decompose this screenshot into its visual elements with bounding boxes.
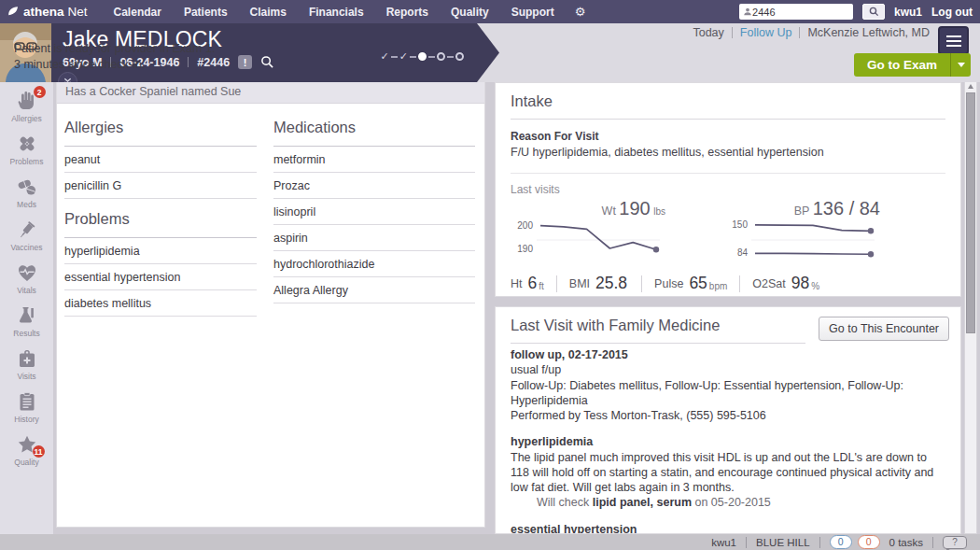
- nav-item-support[interactable]: Support: [511, 6, 554, 19]
- vital-unit: ft: [539, 281, 544, 291]
- assessment-section: hyperlipidemiaThe lipid panel much impro…: [511, 434, 945, 510]
- go-to-exam-dropdown[interactable]: [950, 53, 971, 77]
- settings-gear-icon[interactable]: ⚙: [575, 5, 586, 19]
- chart-current-value: 136 / 84: [813, 198, 880, 219]
- link-follow-up[interactable]: Follow Up: [740, 26, 792, 39]
- progress-connector: [428, 56, 435, 58]
- problem-item[interactable]: diabetes mellitus: [64, 290, 257, 317]
- vital-ht: Ht6ft: [511, 274, 544, 293]
- athenanet-app: athenaNet CalendarPatientsClaimsFinancia…: [0, 0, 980, 550]
- medication-item[interactable]: metformin: [273, 147, 475, 173]
- vital-bmi: BMI25.8: [569, 274, 629, 293]
- vital-pulse: Pulse65bpm: [654, 274, 727, 293]
- allergy-item[interactable]: penicillin G: [64, 173, 257, 199]
- chart-title: BP 136 / 84: [725, 198, 903, 219]
- vital-unit: bpm: [709, 281, 727, 291]
- reason-for-visit-label: Reason For Visit: [511, 130, 945, 143]
- vitals-sparkline-charts: Wt 190 lbs200190BP 136 / 84 15084: [511, 198, 945, 261]
- divider: [932, 537, 933, 548]
- sidebar-item-label: Problems: [10, 157, 44, 166]
- go-to-encounter-button[interactable]: Go to This Encounter: [819, 317, 949, 341]
- encounter-status: Patient is ready for provider in Exam 1.…: [14, 41, 215, 73]
- search-button[interactable]: [862, 4, 885, 20]
- medication-item[interactable]: hydrochlorothiazide: [273, 251, 475, 277]
- problems-list: hyperlipidemiaessential hypertensiondiab…: [64, 238, 257, 317]
- sidebar-item-quality[interactable]: 11Quality: [0, 433, 53, 472]
- visits-medical-bag-icon: [16, 347, 38, 370]
- medication-item[interactable]: aspirin: [273, 225, 475, 251]
- assessment-section: essential hypertensionBlood pressure is …: [511, 522, 945, 535]
- provider-name[interactable]: McKenzie Leftwich, MD: [807, 26, 930, 39]
- medication-item[interactable]: lisinopril: [273, 199, 475, 225]
- allergies-hand-icon: 2: [16, 90, 38, 112]
- results-lab-flask-icon: [16, 304, 38, 327]
- medication-item[interactable]: Prozac: [273, 173, 475, 199]
- scrollbar[interactable]: [964, 79, 977, 534]
- logout-link[interactable]: Log out: [931, 6, 973, 19]
- progress-connector: [447, 56, 454, 58]
- bp-sparkline-chart: BP 136 / 84 15084: [725, 198, 903, 261]
- sidebar-item-allergies[interactable]: 2Allergies: [0, 90, 53, 129]
- nav-item-claims[interactable]: Claims: [250, 6, 287, 19]
- quality-star-icon: 11: [16, 433, 38, 456]
- notification-badge: 2: [34, 86, 46, 98]
- logo-text: athena: [23, 5, 64, 19]
- vital-label: O2Sat: [752, 277, 785, 290]
- sidebar-item-history[interactable]: History: [0, 390, 53, 430]
- username-label[interactable]: kwu1: [894, 6, 922, 19]
- status-department: BLUE HILL: [756, 537, 810, 548]
- divider: [732, 27, 733, 38]
- sidebar-item-problems[interactable]: Problems: [0, 133, 53, 172]
- medications-list: metforminProzaclisinoprilaspirinhydrochl…: [273, 147, 475, 303]
- patient-banner-row: Jake MEDLOCK 69yo M 06-24-1946 #2446 ! ✓…: [0, 23, 980, 82]
- nav-item-patients[interactable]: Patients: [184, 6, 228, 19]
- logo-text-net: Net: [68, 5, 88, 19]
- progress-step-done-icon: ✓: [381, 51, 389, 62]
- problem-item[interactable]: hyperlipidemia: [64, 238, 257, 264]
- nav-item-calendar[interactable]: Calendar: [114, 6, 161, 19]
- last-visits-label: Last visits: [511, 183, 945, 196]
- vaccines-syringe-icon: [16, 219, 38, 241]
- patient-chart-search-icon[interactable]: [260, 55, 274, 69]
- last-visit-card: Last Visit with Family Medicine Go to Th…: [495, 306, 961, 534]
- patient-alert-icon[interactable]: !: [238, 55, 252, 69]
- nav-item-financials[interactable]: Financials: [309, 6, 364, 19]
- vital-o2sat: O2Sat98%: [752, 274, 819, 293]
- status-user: kwu1: [711, 537, 736, 548]
- sidebar-item-meds[interactable]: Meds: [0, 176, 53, 215]
- sidebar-item-results[interactable]: Results: [0, 304, 53, 344]
- link-today[interactable]: Today: [693, 26, 723, 39]
- scrollbar-thumb[interactable]: [966, 92, 975, 333]
- divider: [799, 27, 800, 38]
- sidebar-item-vitals[interactable]: Vitals: [0, 261, 53, 301]
- chart-label: Wt: [602, 204, 616, 218]
- nav-item-quality[interactable]: Quality: [451, 6, 489, 19]
- progress-step-todo-icon: [437, 52, 445, 61]
- inbox-count-badge[interactable]: 0: [830, 535, 852, 549]
- sidebar-item-label: Visits: [17, 372, 35, 381]
- sidebar-item-vaccines[interactable]: Vaccines: [0, 219, 53, 258]
- sidebar-item-label: History: [14, 415, 38, 424]
- vital-label: BMI: [569, 277, 590, 290]
- main-menu: CalendarPatientsClaimsFinancialsReportsQ…: [114, 6, 554, 19]
- menu-button[interactable]: [938, 26, 969, 55]
- history-clipboard-icon: [16, 390, 38, 413]
- vital-label: Pulse: [654, 277, 683, 290]
- allergy-item[interactable]: peanut: [64, 147, 257, 173]
- problem-item[interactable]: essential hypertension: [64, 264, 257, 290]
- global-search-input[interactable]: [752, 7, 849, 18]
- athena-leaf-icon: [7, 6, 20, 18]
- meds-pills-icon: [16, 176, 38, 198]
- nav-item-reports[interactable]: Reports: [386, 6, 428, 19]
- divider: [511, 173, 945, 174]
- sidebar-item-visits[interactable]: Visits: [0, 347, 53, 387]
- divider: [819, 537, 820, 548]
- help-button[interactable]: ?: [943, 536, 967, 549]
- alert-count-badge[interactable]: 0: [858, 535, 880, 549]
- notification-badge: 11: [33, 445, 45, 458]
- medication-item[interactable]: Allegra Allergy: [273, 277, 475, 303]
- assessment-heading: hyperlipidemia: [511, 434, 945, 449]
- go-to-exam-button[interactable]: Go to Exam: [854, 53, 950, 77]
- athenanet-logo[interactable]: athenaNet: [7, 5, 88, 19]
- will-check-order: lipid panel, serum: [593, 496, 692, 509]
